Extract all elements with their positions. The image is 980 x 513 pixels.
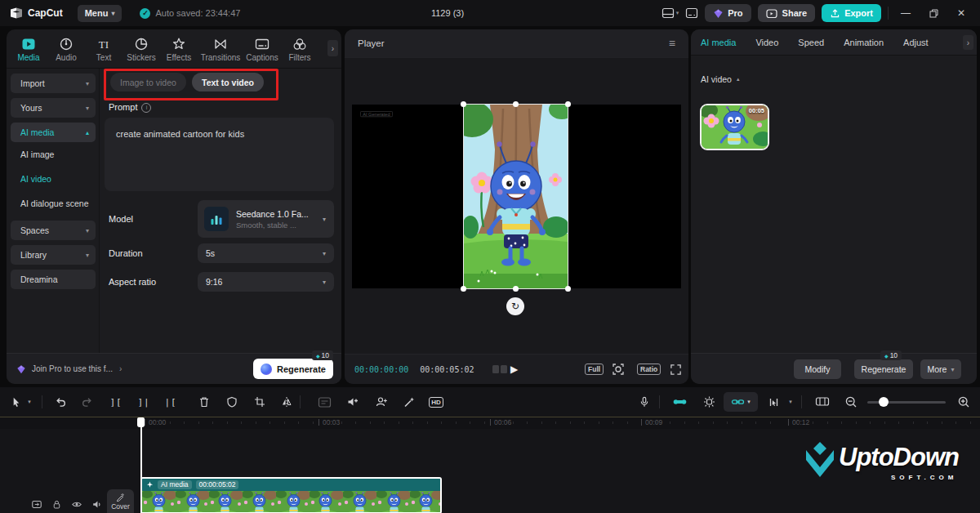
delete-button[interactable] xyxy=(194,387,214,417)
expand-icon[interactable] xyxy=(670,364,682,376)
tool-captions[interactable]: Captions xyxy=(243,37,281,62)
chevron-right-icon[interactable]: › xyxy=(119,364,122,373)
ai-video-thumbnail[interactable]: 00:05 xyxy=(700,104,769,150)
regenerate-button[interactable]: Regenerate xyxy=(253,359,333,379)
tab-adjust[interactable]: Adjust xyxy=(903,38,929,47)
delete-left-button[interactable]: ]| xyxy=(134,387,154,417)
mirror-icon[interactable] xyxy=(277,387,296,417)
tab-ai-media[interactable]: AI media xyxy=(701,38,736,47)
ai-video-section[interactable]: AI video ▴ xyxy=(701,74,739,84)
zoom-out-icon[interactable] xyxy=(841,387,861,417)
retouch-icon[interactable] xyxy=(399,387,419,417)
mask-icon[interactable] xyxy=(222,387,242,417)
timeline-zoom-knob[interactable] xyxy=(879,397,889,407)
prompt-input[interactable]: create animated cartoon for kids xyxy=(105,118,334,191)
sidebar-item-spaces[interactable]: Spaces▾ xyxy=(11,221,96,240)
audio-enhance-icon[interactable] xyxy=(343,387,363,417)
share-button[interactable]: Share xyxy=(758,4,816,22)
video-preview[interactable] xyxy=(464,105,568,288)
tool-effects[interactable]: Effects xyxy=(160,37,198,62)
redo-button[interactable] xyxy=(78,387,97,417)
portrait-enhance-icon[interactable] xyxy=(372,387,391,417)
cover-button[interactable]: Cover xyxy=(107,489,134,513)
playhead-handle[interactable] xyxy=(137,417,145,427)
full-screen-button[interactable]: Full xyxy=(585,364,604,375)
record-voiceover-button[interactable] xyxy=(635,387,653,417)
playhead[interactable] xyxy=(140,417,142,513)
player-menu-icon[interactable]: ≡ xyxy=(669,37,675,50)
tool-media[interactable]: Media xyxy=(10,37,47,62)
select-tool-button[interactable] xyxy=(7,387,24,417)
rotate-button[interactable]: ↻ xyxy=(506,297,524,315)
tool-filters[interactable]: Filters xyxy=(281,37,318,62)
sidebar-item-yours[interactable]: Yours▾ xyxy=(11,98,96,118)
crop-icon[interactable] xyxy=(250,387,270,417)
layout-toggle-button[interactable]: ▾ xyxy=(662,7,679,19)
play-button[interactable]: ▶ xyxy=(510,364,518,375)
link-clips-button[interactable]: ▾ xyxy=(724,392,758,412)
sidebar-item-library[interactable]: Library▾ xyxy=(11,245,96,265)
selection-handle[interactable] xyxy=(565,286,571,292)
lock-icon[interactable] xyxy=(51,499,62,510)
export-button[interactable]: Export xyxy=(822,4,881,22)
magnetic-timeline-icon[interactable] xyxy=(668,387,691,417)
tab-animation[interactable]: Animation xyxy=(844,38,884,47)
selection-handle[interactable] xyxy=(513,101,519,107)
tab-image-to-video[interactable]: Image to video xyxy=(110,73,186,91)
menu-button[interactable]: Menu ▾ xyxy=(78,5,122,22)
more-button[interactable]: More ▾ xyxy=(920,359,961,379)
tool-audio[interactable]: Audio xyxy=(47,37,85,62)
select-adjacent-chevron[interactable]: ▾ xyxy=(786,387,795,417)
pro-button[interactable]: Pro xyxy=(705,4,751,22)
sidebar-item-ai-image[interactable]: AI image xyxy=(7,142,99,167)
main-track-icon[interactable] xyxy=(31,499,42,510)
hd-icon[interactable]: HD xyxy=(426,387,446,417)
notes-icon xyxy=(685,7,698,19)
tab-text-to-video[interactable]: Text to video xyxy=(192,73,264,91)
selection-handle[interactable] xyxy=(513,286,519,292)
timeline-ruler[interactable]: 00:0000:0300:0600:0900:12 xyxy=(0,417,980,429)
selection-handle[interactable] xyxy=(461,286,466,292)
inspector-tabs-expand[interactable]: › xyxy=(963,35,973,50)
tool-stickers[interactable]: Stickers xyxy=(122,37,160,62)
tool-text[interactable]: TIText xyxy=(85,37,122,62)
model-select[interactable]: Seedance 1.0 Fa... Smooth, stable ... ▾ xyxy=(198,200,334,238)
extract-audio-icon[interactable] xyxy=(314,387,335,417)
minimize-button[interactable]: — xyxy=(895,7,916,19)
selection-handle[interactable] xyxy=(461,101,466,107)
tab-video[interactable]: Video xyxy=(755,38,778,47)
join-pro-link[interactable]: Join Pro to use this f... xyxy=(32,364,113,373)
sidebar-item-ai-dialogue-scene[interactable]: AI dialogue scene xyxy=(7,191,99,216)
player-canvas[interactable]: AI Generated xyxy=(352,105,681,288)
select-adjacent-icon[interactable] xyxy=(764,387,786,417)
undo-button[interactable] xyxy=(51,387,70,417)
ruler-tick xyxy=(313,422,314,424)
clip-label: AI media xyxy=(158,480,192,489)
mute-icon[interactable] xyxy=(91,499,103,510)
sidebar-item-ai-video[interactable]: AI video xyxy=(7,167,99,191)
modify-button[interactable]: Modify xyxy=(794,359,841,379)
sidebar-item-import[interactable]: Import▾ xyxy=(11,74,96,93)
zoom-select-icon[interactable] xyxy=(612,363,625,376)
delete-right-button[interactable]: |[ xyxy=(161,387,180,417)
zoom-in-icon[interactable] xyxy=(954,387,973,417)
close-button[interactable]: ✕ xyxy=(951,7,972,19)
sidebar-item-ai-media[interactable]: AI media▴ xyxy=(11,123,96,142)
toolbar-expand-button[interactable]: › xyxy=(327,40,338,56)
selection-handle[interactable] xyxy=(565,101,571,107)
aspect-ratio-select[interactable]: 9:16 ▾ xyxy=(198,272,334,292)
restore-button[interactable] xyxy=(923,9,944,18)
ratio-button[interactable]: Ratio xyxy=(637,364,661,375)
split-button[interactable]: ][ xyxy=(106,387,126,417)
notes-button[interactable] xyxy=(685,7,698,19)
eye-icon[interactable] xyxy=(71,499,82,510)
tool-transitions[interactable]: Transitions xyxy=(198,37,243,62)
auto-snap-icon[interactable] xyxy=(697,387,720,417)
preview-axis-icon[interactable] xyxy=(812,387,833,417)
timeline-clip[interactable]: AI media 00:00:05:02 xyxy=(140,477,442,513)
tab-speed[interactable]: Speed xyxy=(798,38,824,47)
sidebar-item-dreamina[interactable]: Dreamina xyxy=(11,270,96,289)
duration-select[interactable]: 5s ▾ xyxy=(198,243,334,263)
select-tool-chevron[interactable]: ▾ xyxy=(24,387,34,417)
regenerate-button[interactable]: Regenerate xyxy=(854,359,913,379)
